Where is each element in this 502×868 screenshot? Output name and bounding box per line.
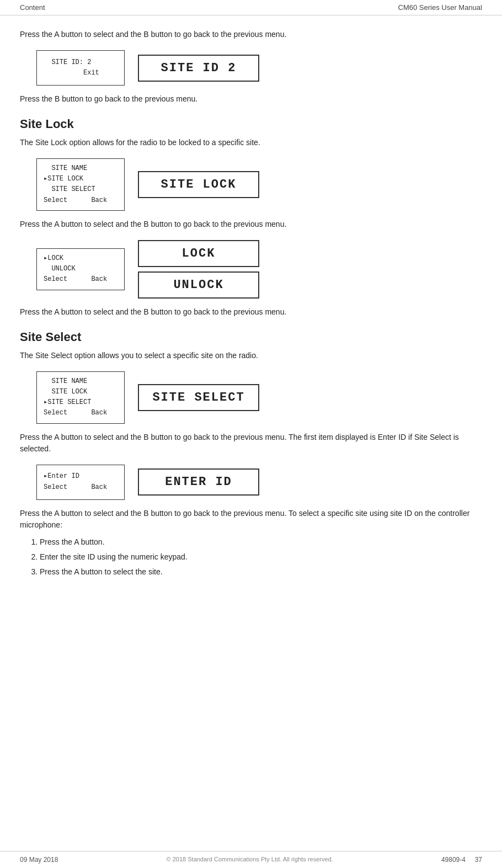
site-lock-menu-lcd: SITE NAME ▸SITE LOCK SITE SELECT Select … (36, 158, 125, 211)
lock-unlock-displays: LOCK UNLOCK (138, 240, 259, 299)
site-select-para2: Press the A button to select and the B b… (20, 432, 482, 455)
site-lock-heading: Site Lock (20, 117, 482, 131)
intro-para2: Press the B button to go back to the pre… (20, 93, 482, 105)
site-select-menu-display: SITE SELECT (138, 384, 259, 411)
site-id-lcd-line2: Exit (44, 68, 118, 78)
site-lock-menu-figure: SITE NAME ▸SITE LOCK SITE SELECT Select … (36, 158, 482, 211)
site-lock-menu-lcd-line3: SITE SELECT (44, 184, 118, 195)
site-id-figure: SITE ID: 2 Exit SITE ID 2 (36, 50, 482, 86)
site-lock-menu-lcd-line4: Select Back (44, 195, 118, 206)
enter-id-figure: ▸Enter ID Select Back ENTER ID (36, 465, 482, 500)
enter-id-display: ENTER ID (138, 468, 259, 496)
footer-left: 09 May 2018 (20, 856, 58, 864)
lock-unlock-lcd-line2: UNLOCK (44, 264, 118, 274)
page-footer: 09 May 2018 © 2018 Standard Communicatio… (0, 851, 502, 868)
lock-unlock-lcd: ▸LOCK UNLOCK Select Back (36, 248, 125, 290)
enter-id-lcd-line1: ▸Enter ID (44, 471, 118, 482)
lock-unlock-lcd-line1: ▸LOCK (44, 253, 118, 264)
step-3: Press the A button to select the site. (40, 566, 482, 578)
header-right: CM60 Series User Manual (398, 3, 482, 12)
site-select-menu-lcd: SITE NAME SITE LOCK ▸SITE SELECT Select … (36, 371, 125, 424)
site-select-menu-lcd-line1: SITE NAME (44, 376, 118, 387)
enter-id-lcd-line3: Select Back (44, 482, 118, 493)
site-id-lcd-line1: SITE ID: 2 (44, 57, 118, 68)
site-lock-menu-display: SITE LOCK (138, 171, 259, 198)
header-left: Content (20, 3, 45, 12)
page-header: Content CM60 Series User Manual (0, 0, 502, 15)
main-content: Press the A button to select and the B b… (0, 15, 502, 616)
site-lock-para2: Press the A button to select and the B b… (20, 219, 482, 230)
lock-unlock-figure: ▸LOCK UNLOCK Select Back LOCK UNLOCK (36, 240, 482, 299)
site-select-heading: Site Select (20, 330, 482, 344)
step-2: Enter the site ID using the numeric keyp… (40, 551, 482, 563)
site-select-menu-lcd-line2: SITE LOCK (44, 387, 118, 397)
site-select-para1: The Site Select option allows you to sel… (20, 350, 482, 361)
site-select-menu-lcd-line4: Select Back (44, 408, 118, 418)
site-select-menu-lcd-line3: ▸SITE SELECT (44, 397, 118, 408)
site-id-lcd: SITE ID: 2 Exit (36, 50, 125, 86)
intro-para1: Press the A button to select and the B b… (20, 29, 482, 40)
enter-id-lcd: ▸Enter ID Select Back (36, 465, 125, 500)
footer-right: 49809-4 37 (441, 856, 482, 864)
site-select-para3: Press the A button to select and the B b… (20, 508, 482, 531)
site-lock-menu-lcd-line2: ▸SITE LOCK (44, 174, 118, 184)
site-lock-menu-lcd-line1: SITE NAME (44, 163, 118, 174)
step-1: Press the A button. (40, 536, 482, 548)
footer-page: 37 (475, 856, 482, 864)
footer-doc-number: 49809-4 (441, 856, 466, 864)
site-lock-para3: Press the A button to select and the B b… (20, 306, 482, 318)
footer-center: © 2018 Standard Communications Pty Ltd. … (58, 856, 441, 864)
site-id-display: SITE ID 2 (138, 55, 259, 82)
lock-display: LOCK (138, 240, 259, 267)
site-select-menu-figure: SITE NAME SITE LOCK ▸SITE SELECT Select … (36, 371, 482, 424)
lock-unlock-lcd-line4: Select Back (44, 274, 118, 285)
site-lock-para1: The Site Lock option allows for the radi… (20, 137, 482, 148)
steps-list: Press the A button. Enter the site ID us… (40, 536, 482, 578)
unlock-display: UNLOCK (138, 271, 259, 299)
